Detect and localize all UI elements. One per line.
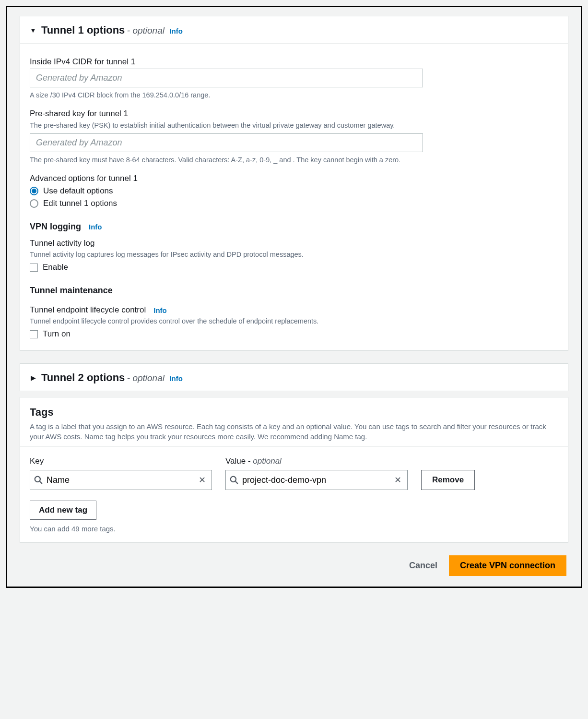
tag-key-input-wrap[interactable]: ✕ (30, 470, 212, 490)
psk-label: Pre-shared key for tunnel 1 (30, 109, 558, 119)
advanced-options-label: Advanced options for tunnel 1 (30, 174, 558, 183)
tunnel-1-panel: ▼ Tunnel 1 options - optional Info Insid… (20, 16, 568, 351)
radio-edit-options[interactable]: Edit tunnel 1 options (30, 199, 558, 208)
tag-key-label: Key (30, 456, 212, 466)
ipv4-cidr-label: Inside IPv4 CIDR for tunnel 1 (30, 57, 558, 67)
activity-log-label: Tunnel activity log (30, 239, 558, 248)
svg-line-1 (40, 481, 42, 484)
clear-value-icon[interactable]: ✕ (392, 475, 403, 485)
cancel-button[interactable]: Cancel (409, 561, 437, 571)
svg-point-2 (231, 477, 236, 482)
svg-line-3 (235, 481, 238, 484)
tunnel-2-panel: ▶ Tunnel 2 options - optional Info (20, 363, 568, 391)
ipv4-cidr-input[interactable] (30, 69, 423, 87)
tunnel-2-header[interactable]: ▶ Tunnel 2 options - optional Info (20, 364, 568, 391)
tags-description: A tag is a label that you assign to an A… (30, 421, 558, 442)
tunnel-1-title: Tunnel 1 options (41, 24, 125, 36)
ipv4-cidr-field: Inside IPv4 CIDR for tunnel 1 A size /30… (30, 57, 558, 100)
enable-logging-label: Enable (43, 263, 68, 272)
tag-row: Key ✕ Value - optional (30, 456, 558, 490)
tags-panel: Tags A tag is a label that you assign to… (20, 397, 568, 543)
search-icon (230, 476, 238, 484)
checkbox-icon (30, 330, 38, 338)
tags-remaining-text: You can add 49 more tags. (30, 525, 558, 533)
tunnel-1-header[interactable]: ▼ Tunnel 1 options - optional Info (20, 16, 568, 44)
vpn-logging-info-link[interactable]: Info (89, 223, 102, 231)
add-new-tag-button[interactable]: Add new tag (30, 501, 96, 520)
tunnel-1-info-link[interactable]: Info (169, 27, 183, 35)
tag-value-input-wrap[interactable]: ✕ (225, 470, 408, 490)
psk-sublabel: The pre-shared key (PSK) to establish in… (30, 120, 558, 131)
lifecycle-help: Tunnel endpoint lifecycle control provid… (30, 316, 558, 326)
tunnel-maintenance-heading: Tunnel maintenance (30, 286, 558, 296)
tags-title: Tags (30, 406, 558, 419)
caret-right-icon: ▶ (30, 374, 36, 382)
radio-edit-label: Edit tunnel 1 options (43, 199, 117, 208)
tag-value-label: Value - optional (225, 456, 408, 466)
create-vpn-button[interactable]: Create VPN connection (449, 555, 566, 576)
tag-value-input[interactable] (238, 475, 392, 485)
radio-default-label: Use default options (43, 186, 113, 196)
svg-point-0 (35, 477, 40, 482)
vpn-logging-heading: VPN logging (30, 222, 81, 232)
radio-icon-unchecked (30, 199, 38, 208)
enable-logging-checkbox-row[interactable]: Enable (30, 263, 558, 272)
clear-key-icon[interactable]: ✕ (197, 475, 208, 485)
tunnel-2-title: Tunnel 2 options (41, 371, 125, 383)
lifecycle-control-label: Tunnel endpoint lifecycle control (30, 305, 146, 315)
psk-field: Pre-shared key for tunnel 1 The pre-shar… (30, 109, 558, 165)
radio-default-options[interactable]: Use default options (30, 186, 558, 196)
ipv4-cidr-help: A size /30 IPv4 CIDR block from the 169.… (30, 90, 558, 100)
tunnel-2-optional-note: - optional (127, 373, 165, 383)
advanced-options-field: Advanced options for tunnel 1 Use defaul… (30, 174, 558, 208)
turn-on-label: Turn on (43, 329, 71, 339)
psk-help: The pre-shared key must have 8-64 charac… (30, 155, 558, 165)
lifecycle-info-link[interactable]: Info (153, 306, 167, 314)
checkbox-icon (30, 264, 38, 272)
tunnel-2-info-link[interactable]: Info (169, 374, 183, 383)
turn-on-lifecycle-row[interactable]: Turn on (30, 329, 558, 339)
search-icon (34, 476, 43, 484)
caret-down-icon: ▼ (30, 26, 36, 34)
radio-icon-checked (30, 187, 38, 195)
tunnel-1-optional-note: - optional (127, 25, 165, 36)
activity-log-help: Tunnel activity log captures log message… (30, 250, 558, 260)
tag-key-input[interactable] (43, 475, 197, 485)
footer-bar: Cancel Create VPN connection (20, 555, 568, 576)
psk-input[interactable] (30, 133, 423, 152)
remove-tag-button[interactable]: Remove (421, 470, 475, 490)
